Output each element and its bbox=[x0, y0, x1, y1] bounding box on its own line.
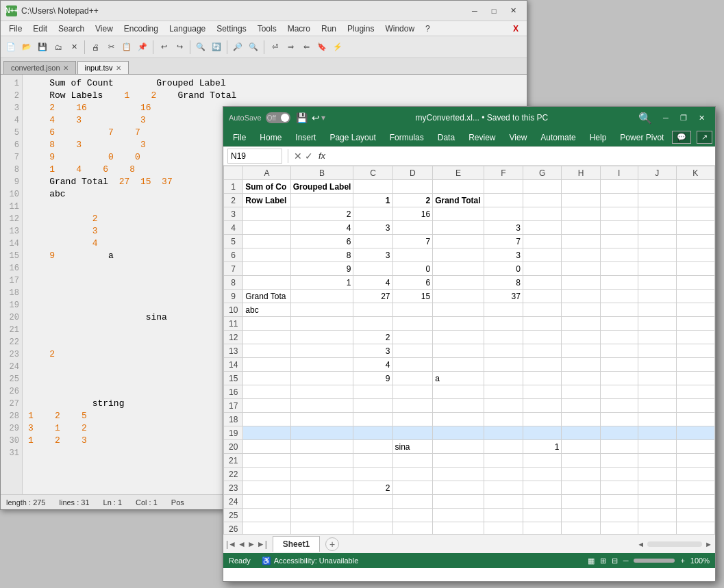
col-header-k[interactable]: K bbox=[676, 166, 714, 180]
cell-18-4[interactable] bbox=[433, 413, 484, 426]
cell-12-8[interactable] bbox=[600, 331, 638, 344]
xl-add-sheet-button[interactable]: + bbox=[325, 537, 339, 551]
cell-1-3[interactable] bbox=[392, 180, 433, 194]
cell-11-1[interactable] bbox=[290, 317, 353, 331]
cell-16-3[interactable] bbox=[392, 385, 433, 399]
cell-26-2[interactable] bbox=[353, 522, 392, 535]
cell-13-3[interactable] bbox=[392, 344, 433, 358]
xl-zoom-in-icon[interactable]: + bbox=[680, 557, 684, 565]
cell-6-1[interactable]: 8 bbox=[290, 248, 353, 262]
cell-23-6[interactable] bbox=[523, 481, 561, 495]
cell-2-10[interactable] bbox=[676, 194, 714, 207]
npp-menu-run[interactable]: Run bbox=[316, 23, 342, 35]
cell-4-0[interactable] bbox=[243, 221, 290, 235]
cell-6-2[interactable]: 3 bbox=[353, 248, 392, 262]
cell-12-2[interactable]: 2 bbox=[353, 331, 392, 344]
xl-menu-powerpivot[interactable]: Power Pivot bbox=[613, 131, 671, 144]
cell-25-10[interactable] bbox=[676, 509, 714, 522]
cell-10-6[interactable] bbox=[523, 303, 561, 317]
cell-9-8[interactable] bbox=[600, 290, 638, 303]
cell-14-4[interactable] bbox=[433, 358, 484, 372]
cell-8-6[interactable] bbox=[523, 276, 561, 290]
cell-16-4[interactable] bbox=[433, 385, 484, 399]
col-header-f[interactable]: F bbox=[484, 166, 523, 180]
cell-21-4[interactable] bbox=[433, 454, 484, 468]
npp-menu-language[interactable]: Language bbox=[164, 23, 211, 35]
cell-24-6[interactable] bbox=[523, 495, 561, 509]
xl-menu-formulas[interactable]: Formulas bbox=[383, 131, 431, 144]
npp-menu-plugins[interactable]: Plugins bbox=[342, 23, 379, 35]
cell-19-7[interactable] bbox=[562, 426, 600, 440]
cell-18-3[interactable] bbox=[392, 413, 433, 426]
cell-10-9[interactable] bbox=[638, 303, 676, 317]
cell-17-6[interactable] bbox=[523, 399, 561, 413]
cell-6-5[interactable]: 3 bbox=[484, 248, 523, 262]
cell-17-8[interactable] bbox=[600, 399, 638, 413]
cell-14-7[interactable] bbox=[562, 358, 600, 372]
cell-18-2[interactable] bbox=[353, 413, 392, 426]
cell-23-0[interactable] bbox=[243, 481, 290, 495]
npp-menu-search[interactable]: Search bbox=[53, 23, 90, 35]
cell-20-5[interactable] bbox=[484, 440, 523, 454]
cell-22-0[interactable] bbox=[243, 468, 290, 481]
cell-25-9[interactable] bbox=[638, 509, 676, 522]
npp-menu-macro[interactable]: Macro bbox=[282, 23, 316, 35]
cell-23-7[interactable] bbox=[562, 481, 600, 495]
cell-17-9[interactable] bbox=[638, 399, 676, 413]
toolbar-zoom-out[interactable]: 🔍 bbox=[246, 40, 261, 55]
cell-10-1[interactable] bbox=[290, 303, 353, 317]
cell-3-4[interactable] bbox=[433, 207, 484, 221]
cell-23-3[interactable] bbox=[392, 481, 433, 495]
cell-13-10[interactable] bbox=[676, 344, 714, 358]
cell-9-9[interactable] bbox=[638, 290, 676, 303]
cell-11-0[interactable] bbox=[243, 317, 290, 331]
cell-19-2[interactable] bbox=[353, 426, 392, 440]
cell-1-2[interactable] bbox=[353, 180, 392, 194]
cell-2-8[interactable] bbox=[600, 194, 638, 207]
cell-20-1[interactable] bbox=[290, 440, 353, 454]
toolbar-zoom-in[interactable]: 🔎 bbox=[230, 40, 245, 55]
cell-13-8[interactable] bbox=[600, 344, 638, 358]
cell-25-6[interactable] bbox=[523, 509, 561, 522]
xl-name-box[interactable] bbox=[227, 149, 282, 164]
cell-20-9[interactable] bbox=[638, 440, 676, 454]
cell-20-2[interactable] bbox=[353, 440, 392, 454]
cell-15-1[interactable] bbox=[290, 372, 353, 385]
cell-19-9[interactable] bbox=[638, 426, 676, 440]
cell-9-1[interactable] bbox=[290, 290, 353, 303]
xl-cancel-formula-icon[interactable]: ✕ bbox=[294, 151, 302, 162]
cell-26-5[interactable] bbox=[484, 522, 523, 535]
cell-26-10[interactable] bbox=[676, 522, 714, 535]
cell-10-10[interactable] bbox=[676, 303, 714, 317]
npp-close-button[interactable]: ✕ bbox=[505, 5, 521, 17]
xl-menu-review[interactable]: Review bbox=[462, 131, 502, 144]
cell-22-5[interactable] bbox=[484, 468, 523, 481]
cell-12-3[interactable] bbox=[392, 331, 433, 344]
cell-26-0[interactable] bbox=[243, 522, 290, 535]
cell-3-2[interactable] bbox=[353, 207, 392, 221]
cell-10-5[interactable] bbox=[484, 303, 523, 317]
cell-18-10[interactable] bbox=[676, 413, 714, 426]
cell-2-7[interactable] bbox=[562, 194, 600, 207]
cell-4-9[interactable] bbox=[638, 221, 676, 235]
cell-17-2[interactable] bbox=[353, 399, 392, 413]
cell-25-8[interactable] bbox=[600, 509, 638, 522]
cell-5-9[interactable] bbox=[638, 235, 676, 248]
cell-24-8[interactable] bbox=[600, 495, 638, 509]
toolbar-wrap[interactable]: ⏎ bbox=[267, 40, 282, 55]
cell-23-10[interactable] bbox=[676, 481, 714, 495]
xl-minimize-button[interactable]: ─ bbox=[658, 112, 674, 124]
cell-21-6[interactable] bbox=[523, 454, 561, 468]
cell-16-5[interactable] bbox=[484, 385, 523, 399]
cell-5-2[interactable] bbox=[353, 235, 392, 248]
cell-5-6[interactable] bbox=[523, 235, 561, 248]
cell-5-3[interactable]: 7 bbox=[392, 235, 433, 248]
toolbar-bookmark[interactable]: 🔖 bbox=[314, 40, 329, 55]
cell-7-10[interactable] bbox=[676, 262, 714, 276]
cell-9-5[interactable]: 37 bbox=[484, 290, 523, 303]
cell-9-6[interactable] bbox=[523, 290, 561, 303]
cell-8-8[interactable] bbox=[600, 276, 638, 290]
xl-share-button[interactable]: ↗ bbox=[697, 131, 712, 144]
cell-14-6[interactable] bbox=[523, 358, 561, 372]
cell-11-7[interactable] bbox=[562, 317, 600, 331]
